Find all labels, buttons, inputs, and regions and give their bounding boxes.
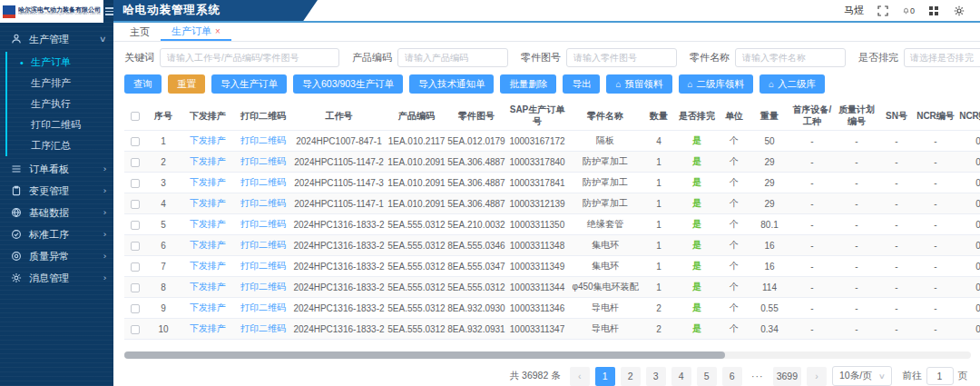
row-checkbox[interactable] — [131, 179, 140, 188]
sidebar-subitem[interactable]: •生产订单 — [7, 52, 113, 73]
page-button-1[interactable]: 1 — [595, 367, 615, 386]
select-all-header — [124, 101, 146, 131]
sidebar-item[interactable]: 质量异常› — [0, 245, 113, 267]
tab-主页[interactable]: 主页 — [119, 23, 161, 41]
sidebar-item[interactable]: 标准工序› — [0, 223, 113, 245]
next-page-button[interactable]: › — [807, 367, 827, 386]
row-checkbox[interactable] — [131, 262, 140, 272]
row-checkbox[interactable] — [131, 200, 140, 209]
current-user[interactable]: 马煜 — [844, 4, 864, 17]
page-button-5[interactable]: 5 — [697, 367, 717, 386]
content-area: 关键词产品编码零件图号零件名称是否排完请选择是否排完∨ 查询重置导入生产订单导入… — [113, 42, 980, 386]
cell-product_code: 1EA.010.2091 — [387, 152, 446, 173]
dispatch-link[interactable]: 下发排产 — [181, 214, 235, 235]
page-button-3699[interactable]: 3699 — [773, 367, 801, 386]
query-button[interactable]: 查询 — [124, 74, 162, 94]
print-link[interactable]: 打印二维码 — [235, 277, 291, 298]
page-button-2[interactable]: 2 — [621, 367, 641, 386]
row-checkbox[interactable] — [131, 325, 140, 334]
sidebar-item[interactable]: 订单看板› — [0, 158, 113, 180]
filter-is-scheduled: 是否排完请选择是否排完∨ — [858, 48, 980, 67]
cell-unit: 个 — [719, 319, 750, 340]
sidebar-subitem[interactable]: 生产执行 — [7, 94, 113, 114]
part-name-input[interactable] — [735, 48, 846, 67]
page-button-3[interactable]: 3 — [646, 367, 666, 386]
cell-sap_no: 10003311347 — [506, 319, 568, 340]
dispatch-link[interactable]: 下发排产 — [181, 193, 235, 214]
sidebar-subitem[interactable]: 工序汇总 — [7, 135, 113, 156]
dispatch-link[interactable]: 下发排产 — [181, 235, 235, 256]
cell-product_code: 5EA.555.0312 — [387, 214, 446, 235]
cell-weight: 0.55 — [750, 298, 789, 319]
print-link[interactable]: 打印二维码 — [235, 214, 291, 235]
product-code-input[interactable] — [397, 48, 508, 67]
table-row: 2下发排产打印二维码2024HPC1105-1147-21EA.010.2091… — [124, 152, 980, 173]
page-size-select[interactable]: 10条/页 ∨ — [832, 366, 891, 386]
import-production-order-button[interactable]: 导入生产订单 — [211, 74, 287, 94]
print-link[interactable]: 打印二维码 — [235, 235, 291, 256]
print-link[interactable]: 打印二维码 — [235, 173, 291, 193]
dispatch-link[interactable]: 下发排产 — [181, 319, 235, 340]
import-603-903-order-button[interactable]: 导入603/903生产订单 — [293, 74, 403, 94]
print-link[interactable]: 打印二维码 — [235, 152, 291, 173]
print-link[interactable]: 打印二维码 — [235, 193, 291, 214]
sidebar-item[interactable]: 变更管理› — [0, 180, 113, 202]
sidebar-item[interactable]: 生产管理∨ — [0, 28, 113, 50]
into-secondary-warehouse-button[interactable]: ⌂入二级库 — [760, 74, 825, 94]
cell-part_no: 5EA.555.0312 — [446, 277, 506, 298]
horizontal-scrollbar-thumb[interactable] — [124, 351, 725, 359]
row-checkbox[interactable] — [131, 158, 140, 167]
batch-delete-button[interactable]: 批量删除 — [500, 74, 556, 94]
print-link[interactable]: 打印二维码 — [235, 298, 291, 319]
prev-page-button[interactable]: ‹ — [570, 367, 590, 386]
dispatch-link[interactable]: 下发排产 — [181, 131, 235, 152]
sidebar-item[interactable]: 基础数据› — [0, 202, 113, 223]
reset-button[interactable]: 重置 — [168, 74, 205, 94]
cell-ncr_qty: 0 — [956, 131, 980, 152]
cell-ncr_qty: 0 — [956, 173, 980, 193]
chevron-right-icon: › — [103, 208, 107, 217]
goto-page-input[interactable] — [926, 367, 954, 385]
keyword-input[interactable] — [160, 48, 339, 67]
reserve-material-button[interactable]: ⌂预留领料 — [606, 74, 671, 94]
is-scheduled-select[interactable]: 请选择是否排完∨ — [904, 48, 980, 67]
tab-close-icon[interactable]: × — [215, 26, 220, 36]
row-checkbox[interactable] — [131, 221, 140, 230]
cell-sap_no: 10003311346 — [506, 298, 568, 319]
cell-qty: 1 — [642, 193, 675, 214]
row-checkbox[interactable] — [131, 283, 140, 292]
page-button-6[interactable]: 6 — [722, 367, 742, 386]
apps-grid-icon[interactable] — [928, 5, 940, 16]
part-no-input[interactable] — [566, 48, 677, 67]
dispatch-link[interactable]: 下发排产 — [181, 173, 235, 193]
fullscreen-icon[interactable] — [877, 5, 889, 16]
row-checkbox[interactable] — [131, 242, 140, 251]
cell-scheduled: 是 — [675, 235, 719, 256]
sidebar-subitem[interactable]: 打印二维码 — [7, 114, 113, 135]
horizontal-scrollbar[interactable] — [124, 351, 971, 359]
dispatch-link[interactable]: 下发排产 — [181, 298, 235, 319]
cell-ncr_no: - — [915, 173, 956, 193]
cell-scheduled: 是 — [675, 298, 719, 319]
notification-bell-icon[interactable]: 0 — [903, 5, 915, 16]
row-checkbox[interactable] — [131, 304, 140, 313]
import-tech-notice-button[interactable]: 导入技术通知单 — [409, 74, 495, 94]
sidebar-subitem[interactable]: 生产排产 — [7, 73, 113, 94]
settings-gear-icon[interactable] — [954, 5, 965, 16]
cell-product_code: 1EA.010.2117 — [387, 131, 446, 152]
print-link[interactable]: 打印二维码 — [235, 319, 291, 340]
export-button[interactable]: 导出 — [563, 74, 600, 94]
cell-ncr_qty: 0 — [956, 152, 980, 173]
sidebar-item[interactable]: 消息管理› — [0, 267, 113, 289]
page-button-4[interactable]: 4 — [671, 367, 691, 386]
tab-生产订单[interactable]: 生产订单× — [161, 23, 231, 41]
column-header-sn_no: SN号 — [878, 101, 915, 131]
print-link[interactable]: 打印二维码 — [235, 256, 291, 277]
print-link[interactable]: 打印二维码 — [235, 131, 291, 152]
dispatch-link[interactable]: 下发排产 — [181, 256, 235, 277]
row-checkbox[interactable] — [131, 137, 140, 146]
secondary-warehouse-pick-button[interactable]: ⌂二级库领料 — [679, 74, 754, 94]
dispatch-link[interactable]: 下发排产 — [181, 277, 235, 298]
select-all-checkbox[interactable] — [131, 112, 140, 121]
dispatch-link[interactable]: 下发排产 — [181, 152, 235, 173]
